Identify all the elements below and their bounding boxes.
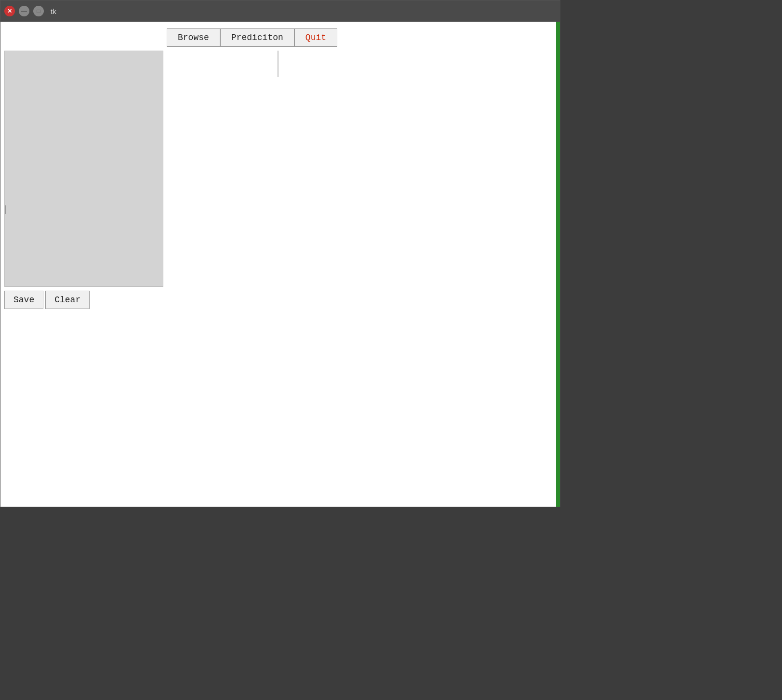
prediction-button[interactable]: Prediciton xyxy=(220,28,294,47)
window-body: Browse Prediciton Quit Save Clear xyxy=(0,22,560,507)
separator xyxy=(278,51,278,77)
top-toolbar: Browse Prediciton Quit xyxy=(167,28,337,47)
drawing-canvas[interactable] xyxy=(4,51,163,287)
minimize-button[interactable]: — xyxy=(19,6,29,16)
close-button[interactable]: ✕ xyxy=(4,6,15,16)
maximize-button[interactable]: □ xyxy=(33,6,44,16)
canvas-cursor xyxy=(5,205,6,214)
close-icon: ✕ xyxy=(7,8,12,14)
clear-button[interactable]: Clear xyxy=(45,291,90,309)
quit-button[interactable]: Quit xyxy=(294,28,337,47)
side-scrollbar[interactable] xyxy=(556,22,560,507)
titlebar: ✕ — □ tk xyxy=(0,0,560,22)
bottom-toolbar: Save Clear xyxy=(4,291,90,309)
main-window: ✕ — □ tk Browse Prediciton Quit Save Cle… xyxy=(0,0,560,507)
save-button[interactable]: Save xyxy=(4,291,43,309)
window-title: tk xyxy=(51,7,56,15)
minimize-icon: — xyxy=(21,8,27,14)
browse-button[interactable]: Browse xyxy=(167,28,220,47)
maximize-icon: □ xyxy=(37,8,40,14)
